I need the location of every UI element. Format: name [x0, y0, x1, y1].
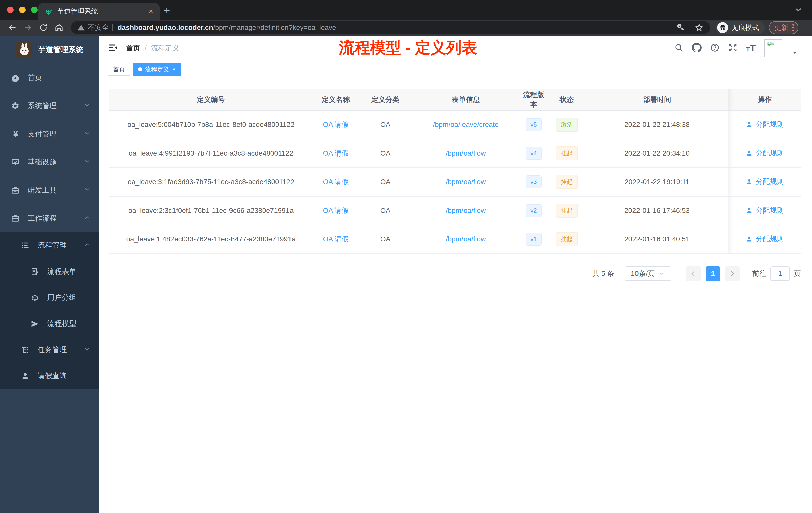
cell-deploy-time: 2022-01-16 17:46:53 [586, 196, 728, 225]
sidebar-logo[interactable]: 芋道管理系统 [0, 36, 99, 64]
window-close-button[interactable] [7, 6, 13, 13]
sidebar-item-label: 用户分组 [47, 293, 76, 303]
sidebar-item-infrastructure[interactable]: 基础设施 [0, 148, 99, 176]
window-controls[interactable] [7, 6, 38, 13]
sidebar-item-task-management[interactable]: 任务管理 [0, 337, 99, 363]
form-link[interactable]: /bpm/oa/flow [446, 149, 486, 157]
tag-close-icon[interactable]: × [172, 66, 175, 72]
address-bar[interactable]: 不安全 dashboard.yudao.iocoder.cn/bpm/manag… [71, 21, 710, 34]
fullscreen-icon[interactable] [728, 43, 738, 54]
tag-home[interactable]: 首页 [108, 63, 130, 76]
password-key-icon[interactable] [677, 23, 686, 32]
assign-rule-button[interactable]: 分配规则 [746, 234, 784, 244]
status-badge: 挂起 [556, 204, 578, 218]
breadcrumb-home[interactable]: 首页 [126, 43, 140, 53]
bookmark-star-icon[interactable] [695, 23, 703, 32]
definition-name-link[interactable]: OA 请假 [323, 178, 349, 186]
toolbox-icon [11, 186, 20, 195]
sidebar-item-process-form[interactable]: 流程表单 [0, 259, 99, 284]
chevron-up-icon [83, 241, 91, 250]
status-badge: 激活 [556, 118, 578, 132]
prev-page-button[interactable] [686, 266, 700, 281]
chevron-down-icon [83, 158, 91, 167]
reload-button[interactable] [36, 21, 51, 35]
cell-deploy-time: 2022-01-22 19:19:11 [586, 168, 728, 196]
sidebar-item-process-management[interactable]: 流程管理 [0, 233, 99, 259]
sidebar-item-label: 任务管理 [38, 345, 67, 355]
definition-table: 定义编号 定义名称 定义分类 表单信息 流程版本 状态 部署时间 操作 oa_l… [109, 89, 801, 254]
browser-update-button[interactable]: 更新 [769, 21, 799, 34]
incognito-icon [717, 22, 728, 33]
assign-rule-button[interactable]: 分配规则 [746, 206, 784, 215]
sidebar-item-payment[interactable]: ¥ 支付管理 [0, 120, 99, 148]
yen-icon: ¥ [11, 129, 20, 139]
assign-rule-button[interactable]: 分配规则 [746, 148, 784, 158]
definition-name-link[interactable]: OA 请假 [323, 149, 349, 157]
form-link[interactable]: /bpm/oa/flow [446, 235, 486, 243]
sidebar-item-workflow[interactable]: 工作流程 [0, 204, 99, 233]
home-button[interactable] [51, 21, 67, 35]
robot-icon [31, 293, 40, 302]
col-header-form-info: 表单信息 [412, 89, 520, 111]
list-icon [21, 241, 30, 250]
chevron-down-icon [83, 101, 91, 111]
goto-page-input[interactable]: 1 [770, 266, 790, 281]
font-size-icon[interactable]: TT [746, 43, 756, 54]
url-divider [113, 24, 113, 31]
assign-rule-button[interactable]: 分配规则 [746, 120, 784, 129]
definition-name-link[interactable]: OA 请假 [323, 235, 349, 243]
breadcrumb: 首页 / 流程定义 [126, 43, 179, 53]
form-link[interactable]: /bpm/oa/flow [446, 178, 486, 186]
sidebar-item-home[interactable]: 首页 [0, 64, 99, 92]
github-icon[interactable] [692, 43, 701, 54]
new-tab-button[interactable]: + [164, 4, 170, 17]
table-row: oa_leave:5:004b710b-7b8a-11ec-8ef0-acde4… [109, 111, 801, 139]
sidebar-item-label: 请假查询 [38, 371, 67, 381]
update-label[interactable]: 更新 [774, 23, 788, 32]
tab-search-chevron-icon[interactable] [794, 5, 803, 15]
definition-name-link[interactable]: OA 请假 [323, 121, 349, 128]
sidebar-item-leave-query[interactable]: 请假查询 [0, 363, 99, 389]
version-badge: v3 [525, 175, 542, 188]
send-icon [31, 319, 40, 328]
caret-down-icon[interactable] [791, 50, 798, 57]
status-badge: 挂起 [556, 146, 578, 160]
sidebar-item-dev-tools[interactable]: 研发工具 [0, 176, 99, 204]
assign-rule-button[interactable]: 分配规则 [746, 177, 784, 186]
tag-process-definition[interactable]: 流程定义 × [133, 63, 180, 76]
page-size-select[interactable]: 10条/页 [625, 266, 671, 281]
search-icon[interactable] [674, 43, 684, 53]
security-label[interactable]: 不安全 [88, 23, 109, 32]
forward-button[interactable] [20, 21, 36, 35]
window-zoom-button[interactable] [31, 6, 38, 13]
definition-name-link[interactable]: OA 请假 [323, 207, 349, 214]
cell-deploy-time: 2022-01-22 21:48:38 [586, 111, 728, 139]
user-icon [21, 371, 30, 381]
avatar[interactable] [764, 39, 782, 57]
tab-close-button[interactable]: × [149, 7, 153, 16]
browser-menu-icon[interactable] [792, 24, 794, 31]
back-button[interactable] [4, 21, 20, 35]
workflow-submenu: 流程管理 流程表单 用户分组 流程模型 [0, 233, 99, 389]
form-link[interactable]: /bpm/oa/flow [446, 207, 486, 214]
hamburger-icon[interactable] [108, 43, 118, 54]
browser-tab[interactable]: 芋道管理系统 × [38, 3, 160, 20]
cell-definition-id: oa_leave:3:1fad3d93-7b75-11ec-a3c8-acde4… [109, 168, 313, 196]
sidebar-item-process-model[interactable]: 流程模型 [0, 311, 99, 337]
sidebar-item-system[interactable]: 系统管理 [0, 92, 99, 120]
form-link[interactable]: /bpm/oa/leave/create [433, 121, 499, 128]
sidebar-item-user-group[interactable]: 用户分组 [0, 284, 99, 311]
tag-label: 首页 [113, 65, 125, 73]
form-icon [31, 267, 40, 276]
sidebar-item-label: 支付管理 [28, 129, 57, 139]
table-row: oa_leave:3:1fad3d93-7b75-11ec-a3c8-acde4… [109, 168, 801, 196]
page-number-1[interactable]: 1 [705, 266, 720, 281]
active-dot [138, 67, 142, 71]
window-minimize-button[interactable] [19, 6, 26, 13]
url-host: dashboard.yudao.iocoder.cn [117, 24, 213, 32]
help-icon[interactable] [710, 43, 720, 54]
next-page-button[interactable] [725, 266, 740, 281]
user-icon [746, 207, 753, 214]
incognito-label: 无痕模式 [732, 23, 759, 32]
tags-view-bar: 首页 流程定义 × [99, 61, 812, 78]
